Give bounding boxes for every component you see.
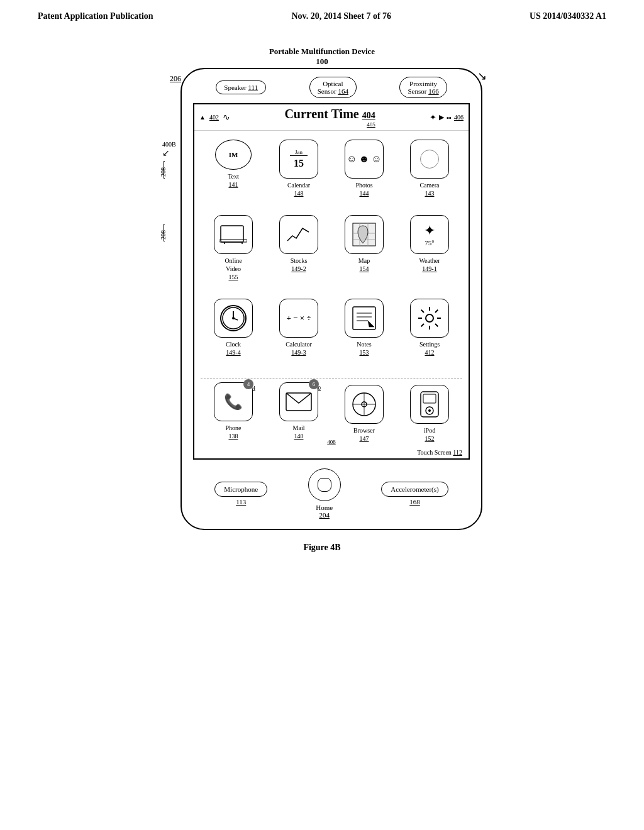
app-cell-notes: Notes153 [331, 295, 397, 360]
app-cell-photos: ☺ ☻ ☺ Photos144 [331, 136, 397, 201]
status-left: ▲ 402 ∿ [199, 112, 230, 123]
time-section: Current Time 404 405 [284, 107, 375, 128]
dock-label-ipod: iPod152 [424, 426, 435, 443]
bt-icon: ✦ [430, 113, 436, 123]
label-206: 206 [170, 74, 181, 84]
screen-area: ▲ 402 ∿ Current Time 404 405 [193, 103, 470, 460]
app-icon-stocks [279, 215, 318, 254]
dock-label-mail: Mail140 [293, 424, 305, 440]
header-center: Nov. 20, 2014 Sheet 7 of 76 [291, 11, 391, 21]
dock-divider [201, 378, 462, 379]
figure-caption: Figure 4B [303, 543, 340, 553]
bottom-btn-accelerometer: Accelerometer(s) 168 [381, 482, 448, 506]
app-label-im: Text141 [228, 172, 239, 189]
current-time-text: Current Time 404 [284, 107, 375, 121]
dock-area: 408 ↙414 📞 4 [194, 381, 469, 449]
dock-label-browser: Browser147 [353, 426, 375, 443]
battery-icon: ▪▪ [447, 114, 452, 121]
app-icon-clock [214, 299, 253, 338]
sensor-speaker: Speaker 111 [216, 80, 266, 94]
diagram-title-line2: 100 [316, 57, 328, 66]
app-icon-camera [410, 140, 449, 179]
device-outer: Speaker 111 OpticalSensor 164 ProximityS… [180, 68, 482, 530]
app-label-online-video: OnlineVideo155 [225, 257, 242, 281]
app-icon-map [345, 215, 384, 254]
dock-icon-mail: 6 [279, 382, 318, 421]
ref-402: 402 [209, 114, 219, 121]
bottom-buttons: Microphone 113 Home 204 [182, 460, 481, 529]
app-icon-photos: ☺ ☻ ☺ [345, 140, 384, 179]
app-label-camera: Camera143 [419, 181, 439, 197]
dock-cell-ipod: iPod152 [397, 385, 462, 443]
app-cell-calendar: Jan 15 Calendar148 [266, 136, 331, 201]
signal-icon: ▲ [199, 114, 206, 121]
app-cell-im: IM Text141 [201, 136, 266, 201]
app-cell-calculator: + − × ÷ Calculator149-3 [266, 295, 331, 360]
device-outer-wrapper: 208 208 400B ↙ Speaker 111 [171, 68, 492, 530]
app-icon-settings [410, 299, 449, 338]
bracket-208-top [164, 161, 165, 179]
mail-badge: 6 [309, 379, 319, 389]
header-right: US 2014/0340332 A1 [530, 11, 606, 21]
bracket-208-bottom [164, 224, 165, 241]
app-label-settings: Settings412 [419, 340, 440, 357]
app-label-notes: Notes153 [357, 340, 371, 357]
app-grid-row1: IM Text141 Jan 15 [194, 131, 469, 206]
app-cell-clock: Clock149-4 [201, 295, 266, 360]
app-icon-calculator: + − × ÷ [279, 299, 318, 338]
app-icon-weather: ✦ 75° [410, 215, 449, 254]
play-icon: ▶ [439, 113, 444, 121]
status-bar: ▲ 402 ∿ Current Time 404 405 [194, 104, 469, 131]
status-right: ✦ ▶ ▪▪ 406 [430, 113, 464, 123]
diagram-wrapper: 206 ↘ 208 208 400B ↙ [152, 68, 492, 530]
app-cell-online-video: OnlineVideo155 [201, 211, 266, 285]
wifi-icon: ∿ [223, 112, 230, 123]
bottom-btn-microphone: Microphone 113 [214, 482, 267, 506]
app-label-calculator: Calculator149-3 [286, 340, 312, 357]
dock-icon-phone: 📞 4 [214, 382, 253, 421]
top-sensor-bar: Speaker 111 OpticalSensor 164 ProximityS… [182, 69, 481, 103]
svg-point-26 [428, 409, 431, 412]
app-cell-weather: ✦ 75° Weather149-1 [397, 211, 462, 285]
touch-screen-label: Touch Screen 112 [194, 449, 469, 458]
app-grid-row3: Clock149-4 + − × ÷ Calculator149-3 [194, 290, 469, 365]
phone-badge: 4 [243, 379, 253, 389]
app-label-photos: Photos144 [355, 181, 372, 197]
dock-icon-ipod [410, 385, 449, 424]
dock-cell-phone: ↙414 📞 4 Phone138 [201, 385, 266, 443]
main-content: Portable Multifunction Device 100 206 ↘ … [0, 28, 644, 553]
app-label-stocks: Stocks149-2 [291, 257, 308, 273]
dock-icon-browser [345, 385, 384, 424]
svg-rect-24 [423, 394, 436, 403]
app-cell-stocks: Stocks149-2 [266, 211, 331, 285]
app-cell-map: Map154 [331, 211, 397, 285]
sensor-proximity: ProximitySensor 166 [399, 77, 447, 98]
app-grid-row2: OnlineVideo155 Stocks149-2 [194, 206, 469, 290]
ref-406: 406 [454, 114, 464, 121]
diagram-title-line1: Portable Multifunction Device [269, 47, 375, 56]
app-label-calendar: Calendar148 [287, 181, 310, 197]
app-icon-online-video [214, 215, 253, 254]
app-icon-calendar: Jan 15 [279, 140, 318, 179]
bottom-btn-home: Home 204 [308, 468, 341, 519]
app-label-clock: Clock149-4 [226, 340, 241, 357]
header-left: Patent Application Publication [38, 11, 153, 21]
dock-cell-mail: ↙410 6 Mail140 [266, 385, 331, 443]
sensor-optical: OpticalSensor 164 [309, 77, 357, 98]
svg-point-12 [232, 317, 235, 319]
app-icon-notes [345, 299, 384, 338]
ref-405: 405 [284, 121, 375, 128]
app-label-map: Map154 [358, 257, 370, 273]
app-cell-settings: Settings412 [397, 295, 462, 360]
dock-cell-browser: Browser147 [331, 385, 397, 443]
app-cell-camera: Camera143 [397, 136, 462, 201]
page-header: Patent Application Publication Nov. 20, … [0, 0, 644, 28]
svg-point-17 [426, 314, 433, 322]
label-400b: 400B ↙ [162, 141, 176, 158]
dock-ref-408: 408 [327, 439, 336, 445]
app-icon-im: IM [215, 140, 252, 170]
app-label-weather: Weather149-1 [419, 257, 440, 273]
dock-label-phone: Phone138 [226, 424, 242, 440]
